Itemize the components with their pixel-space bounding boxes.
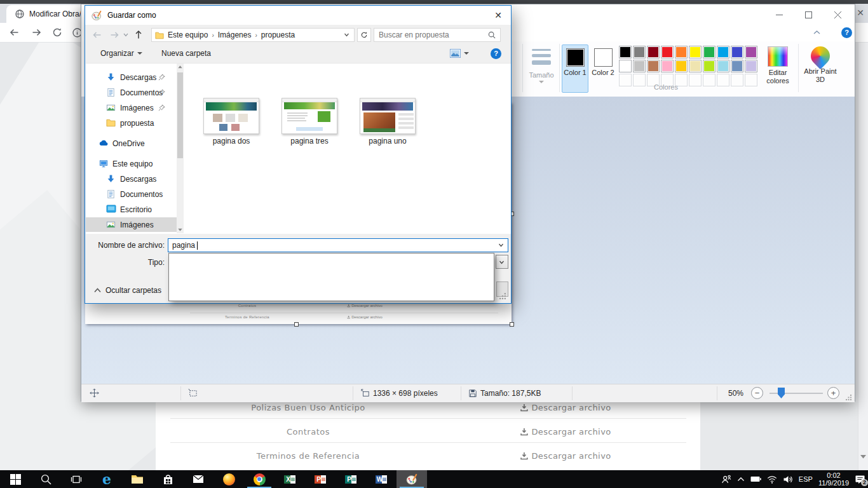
wifi-icon[interactable] [767, 475, 777, 484]
chevron-down-icon[interactable] [498, 243, 504, 247]
palette-color-r2-8[interactable] [731, 60, 743, 72]
sidebar-item-escritorio[interactable]: Escritorio [86, 202, 177, 217]
canvas-resize-handle-bottom[interactable] [294, 322, 299, 327]
scroll-down-icon[interactable] [178, 228, 182, 231]
breadcrumb-item[interactable]: propuesta [261, 30, 295, 39]
palette-color-r1-2[interactable] [647, 46, 660, 58]
mail-button[interactable] [183, 470, 214, 488]
palette-color-r2-4[interactable] [675, 60, 688, 72]
sidebar-item-imágenes[interactable]: Imágenes [86, 217, 177, 232]
hide-folders-button[interactable]: Ocultar carpetas [94, 286, 161, 295]
zoom-slider-track[interactable] [770, 393, 823, 394]
store-button[interactable] [153, 470, 183, 488]
open-paint3d-button[interactable]: Abrir Paint 3D [802, 45, 839, 84]
download-link[interactable]: Descargar archivo [520, 427, 611, 437]
palette-color-r2-7[interactable] [717, 60, 729, 72]
sidebar-scrollbar[interactable] [177, 64, 184, 233]
canvas-resize-handle-corner[interactable] [510, 322, 514, 327]
sidebar-item-este-equipo[interactable]: Este equipo [86, 156, 177, 171]
zoom-slider-thumb[interactable] [778, 388, 785, 398]
tray-chevron-up-icon[interactable] [737, 477, 745, 482]
taskbar-search-button[interactable] [31, 470, 61, 488]
excel-button[interactable]: X [275, 470, 305, 488]
palette-color-r1-5[interactable] [689, 46, 702, 58]
firefox-button[interactable] [214, 470, 244, 488]
sidebar-item-onedrive[interactable]: OneDrive [86, 136, 177, 151]
scrollbar-down-icon[interactable] [860, 454, 866, 459]
resize-grip-icon[interactable] [846, 394, 852, 400]
file-item[interactable]: pagina tres [281, 98, 337, 146]
file-item[interactable]: pagina dos [203, 98, 259, 146]
sidebar-item-documentos[interactable]: Documentos [86, 85, 177, 100]
file-explorer-button[interactable] [122, 470, 153, 488]
people-icon[interactable] [721, 475, 731, 484]
palette-color-r2-5[interactable] [689, 60, 702, 72]
organize-button[interactable]: Organizar [100, 49, 142, 58]
breadcrumb-item[interactable]: Imágenes [218, 30, 252, 39]
up-icon[interactable] [133, 29, 144, 40]
browser-reload-icon[interactable] [52, 27, 62, 37]
help-icon[interactable]: ? [491, 48, 501, 59]
sidebar-item-descargas[interactable]: Descargas [86, 70, 177, 85]
search-box[interactable]: Buscar en propuesta [374, 28, 501, 42]
palette-color-r1-7[interactable] [717, 46, 729, 58]
scrollbar-thumb[interactable] [177, 72, 183, 158]
volume-icon[interactable] [783, 475, 793, 484]
browser-forward-icon[interactable] [31, 27, 42, 37]
recent-locations-icon[interactable] [123, 33, 128, 37]
views-button[interactable] [450, 49, 469, 58]
filename-input[interactable]: pagina [168, 238, 508, 252]
palette-color-r2-2[interactable] [647, 60, 660, 72]
sidebar-item-documentos[interactable]: Documentos [86, 187, 177, 201]
palette-color-r1-0[interactable] [619, 46, 632, 58]
palette-color-r1-1[interactable] [633, 46, 646, 58]
edit-colors-button[interactable]: Editar colores [760, 45, 796, 85]
palette-color-r1-9[interactable] [745, 46, 757, 58]
file-item[interactable]: pagina uno [360, 98, 416, 146]
breadcrumb-item[interactable]: Este equipo [168, 30, 208, 39]
filename-autocomplete-dropdown[interactable] [168, 253, 494, 301]
file-type-combobox[interactable] [496, 255, 508, 269]
new-folder-button[interactable]: Nueva carpeta [161, 49, 211, 58]
zoom-in-button[interactable]: + [827, 387, 839, 399]
size-button[interactable]: Tamaño [525, 45, 558, 83]
palette-color-r2-0[interactable] [619, 60, 632, 72]
edge-button[interactable]: e [92, 470, 122, 488]
minimize-button[interactable] [764, 4, 794, 25]
publisher-button[interactable]: P [336, 470, 366, 488]
palette-color-r1-6[interactable] [703, 46, 715, 58]
minimize-ribbon-icon[interactable] [813, 30, 820, 35]
forward-icon[interactable] [109, 30, 120, 40]
chrome-button[interactable] [244, 470, 275, 488]
sidebar-item-descargas[interactable]: Descargas [86, 172, 177, 186]
download-link[interactable]: Descargar archivo [520, 451, 611, 461]
clock[interactable]: 0:02 11/9/2019 [818, 471, 849, 487]
zoom-out-button[interactable]: − [751, 387, 763, 399]
powerpoint-button[interactable]: P [305, 470, 336, 488]
palette-color-r1-4[interactable] [675, 46, 688, 58]
palette-color-r2-1[interactable] [633, 60, 646, 72]
paint-button[interactable] [397, 470, 427, 488]
dialog-resize-grip-icon[interactable] [499, 292, 506, 299]
task-view-button[interactable] [61, 470, 92, 488]
palette-color-r2-3[interactable] [661, 60, 674, 72]
maximize-button[interactable] [794, 4, 823, 25]
palette-color-r2-9[interactable] [745, 60, 757, 72]
palette-color-r1-8[interactable] [731, 46, 743, 58]
address-bar[interactable]: Este equipo › Imágenes › propuesta [151, 28, 355, 42]
action-center-button[interactable]: 2 [855, 475, 865, 484]
back-icon[interactable] [92, 30, 102, 40]
browser-back-icon[interactable] [9, 27, 20, 37]
dialog-titlebar[interactable]: Guardar como ✕ [85, 6, 511, 25]
word-button[interactable]: W [366, 470, 397, 488]
close-button[interactable] [823, 4, 852, 25]
refresh-button[interactable] [357, 28, 371, 42]
scroll-up-icon[interactable] [178, 65, 182, 69]
browser-close-icon[interactable]: ✕ [857, 8, 864, 18]
sidebar-item-imágenes[interactable]: Imágenes [86, 100, 177, 115]
sidebar-item-propuesta[interactable]: propuesta [86, 116, 177, 130]
battery-icon[interactable] [750, 475, 761, 483]
browser-scrollbar[interactable] [858, 43, 868, 470]
palette-color-r1-3[interactable] [661, 46, 674, 58]
palette-color-r2-6[interactable] [703, 60, 715, 72]
